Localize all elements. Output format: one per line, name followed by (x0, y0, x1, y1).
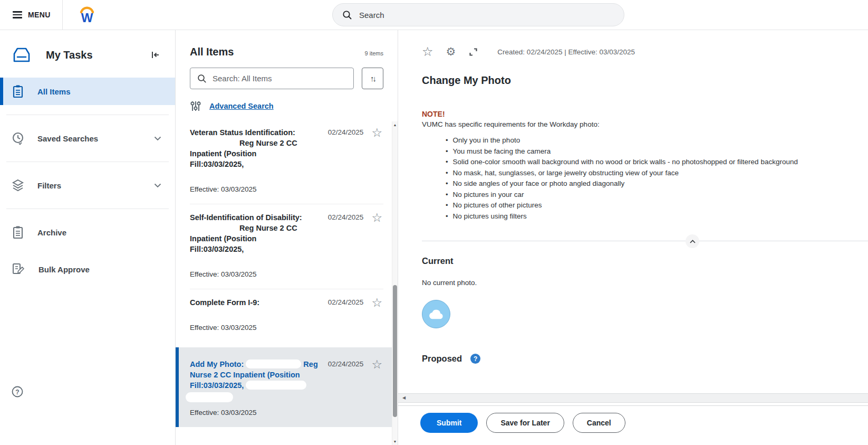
action-footer: Submit Save for Later Cancel (398, 405, 868, 445)
scrollbar-thumb[interactable] (393, 285, 397, 417)
chevron-down-icon (154, 183, 161, 188)
detail-content: ☆ ⚙ Created: 02/24/2025 | Effective: 03/… (398, 30, 868, 393)
sidebar-item-label: Bulk Approve (38, 265, 175, 274)
topbar-divider (62, 0, 63, 30)
global-search-input[interactable] (359, 11, 614, 20)
requirement-item: You must be facing the camera (446, 146, 855, 157)
no-current-photo-text: No current photo. (422, 279, 855, 287)
collapse-section-button[interactable] (686, 234, 699, 248)
current-section-heading: Current (422, 256, 855, 266)
redacted-text (186, 392, 233, 402)
list-search (190, 68, 354, 89)
svg-text:W: W (81, 11, 93, 25)
workday-logo[interactable]: W (78, 4, 97, 25)
advanced-search-link[interactable]: Advanced Search (209, 102, 274, 110)
requirement-item: No pictures of other pictures (446, 200, 855, 211)
layers-icon (12, 179, 24, 192)
clock-icon (12, 131, 24, 145)
star-icon[interactable]: ☆ (371, 212, 382, 223)
search-icon (197, 74, 207, 83)
sidebar-item-label: Saved Searches (37, 134, 154, 143)
sidebar-item-saved-searches[interactable]: Saved Searches (0, 125, 175, 152)
sidebar-item-all-items[interactable]: All Items (0, 78, 175, 105)
help-question-icon[interactable]: ? (470, 354, 480, 364)
scroll-left-icon[interactable]: ◀ (402, 395, 406, 400)
topbar: MENU W (0, 0, 868, 30)
page-title: Change My Photo (422, 74, 855, 87)
requirement-item: Only you in the photo (446, 135, 855, 146)
task-row[interactable]: Veteran Status Identification: Reg Nurse… (190, 119, 383, 204)
menu-button[interactable]: MENU (13, 11, 51, 19)
requirement-item: No side angles of your face or photo ang… (446, 178, 855, 190)
list-search-input[interactable] (213, 74, 346, 83)
redacted-text (190, 223, 237, 232)
sidebar-item-label: All Items (37, 87, 175, 96)
favorite-star-icon[interactable]: ☆ (422, 46, 433, 58)
task-title: Self-Identification of Disability: Reg N… (190, 212, 311, 254)
list-scrollbar[interactable]: ▲ ▼ (392, 121, 398, 445)
redacted-text (246, 359, 301, 368)
document-edit-icon (12, 262, 25, 276)
sidebar-item-label: Archive (37, 228, 175, 237)
task-title: Veteran Status Identification: Reg Nurse… (190, 127, 311, 169)
svg-text:?: ? (15, 389, 19, 396)
requirement-item: Solid one-color smooth wall background w… (446, 157, 855, 168)
expand-icon[interactable] (468, 47, 478, 57)
gear-icon[interactable]: ⚙ (446, 46, 456, 58)
created-effective-meta: Created: 02/24/2025 | Effective: 03/03/2… (497, 48, 635, 56)
list-heading: All Items (190, 46, 365, 58)
submit-button[interactable]: Submit (420, 413, 478, 433)
hamburger-icon (13, 11, 22, 18)
requirement-item: No mask, hat, sunglasses, or large jewel… (446, 168, 855, 179)
collapse-sidebar-icon[interactable] (150, 50, 160, 60)
sidebar-item-bulk-approve[interactable]: Bulk Approve (0, 255, 175, 283)
sidebar-item-filters[interactable]: Filters (0, 172, 175, 199)
scroll-up-icon[interactable]: ▲ (392, 123, 398, 127)
task-date: 02/24/2025 (328, 298, 364, 306)
task-list: Veteran Status Identification: Reg Nurse… (190, 119, 383, 427)
task-title: Add My Photo: Reg Nurse 2 CC Inpatient (… (190, 359, 321, 402)
clipboard-icon (12, 225, 24, 239)
sliders-icon (190, 100, 201, 112)
sidebar-item-label: Filters (37, 181, 154, 190)
task-row-selected[interactable]: Add My Photo: Reg Nurse 2 CC Inpatient (… (176, 347, 398, 427)
note-label: NOTE! (422, 110, 855, 118)
task-date: 02/24/2025 (328, 213, 364, 221)
chevron-down-icon (154, 136, 161, 141)
task-date: 02/24/2025 (328, 128, 364, 136)
task-title: Complete Form I-9: (190, 297, 311, 308)
sort-arrows-icon: ↑↓ (370, 74, 375, 83)
scroll-down-icon[interactable]: ▼ (392, 440, 398, 443)
divider (6, 115, 169, 115)
save-for-later-button[interactable]: Save for Later (486, 413, 564, 433)
menu-label: MENU (28, 11, 51, 19)
task-list-panel: All Items 9 items ↑↓ Advanced Search (176, 30, 398, 445)
task-effective-date: Effective: 03/03/2025 (190, 324, 328, 332)
star-icon[interactable]: ☆ (371, 297, 382, 308)
note-intro: VUMC has specific requirements for the W… (422, 120, 855, 128)
divider (6, 162, 169, 162)
clipboard-icon (12, 84, 24, 98)
my-tasks-tray-icon (11, 45, 33, 65)
star-icon[interactable]: ☆ (371, 127, 382, 138)
horizontal-scrollbar[interactable]: ◀ (398, 393, 868, 403)
sort-button[interactable]: ↑↓ (362, 68, 383, 89)
task-effective-date: Effective: 03/03/2025 (190, 185, 328, 193)
search-icon (342, 10, 352, 20)
task-detail-panel: ☆ ⚙ Created: 02/24/2025 | Effective: 03/… (398, 30, 868, 445)
sidebar-item-archive[interactable]: Archive (0, 219, 175, 246)
cancel-button[interactable]: Cancel (573, 413, 625, 433)
section-divider (422, 241, 868, 241)
redacted-text (190, 138, 237, 147)
sidebar-title: My Tasks (46, 49, 150, 61)
proposed-section-heading: Proposed (422, 354, 462, 364)
cloud-icon (428, 308, 445, 320)
item-count: 9 items (365, 50, 383, 56)
divider (6, 209, 169, 209)
star-icon[interactable]: ☆ (371, 359, 382, 370)
task-row[interactable]: Self-Identification of Disability: Reg N… (190, 204, 383, 289)
redacted-text (246, 381, 306, 390)
help-icon[interactable]: ? (12, 386, 23, 397)
task-row[interactable]: Complete Form I-9: Effective: 03/03/2025… (190, 289, 383, 347)
photo-requirements-list: Only you in the photo You must be facing… (446, 135, 855, 222)
